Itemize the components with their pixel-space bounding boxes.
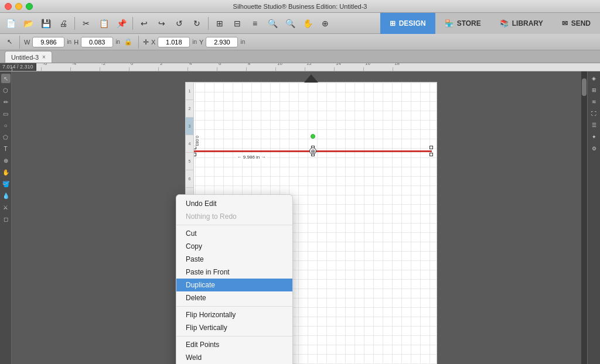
height-label: H	[74, 39, 79, 46]
right-tool-7[interactable]: ⚙	[589, 144, 599, 153]
ctx-copy[interactable]: Copy	[176, 240, 292, 253]
rotate-right-button[interactable]: ↻	[189, 15, 205, 32]
main-area: ↖ ⬡ ✏ ▭ ○ ⬠ T ⊕ ✋ 🪣 💧 ⚔ ◻ 1 2 3 4 5 6 7	[0, 71, 600, 364]
ctx-weld[interactable]: Weld	[176, 351, 292, 364]
library-icon: 📚	[500, 19, 509, 28]
ctx-cut[interactable]: Cut	[176, 227, 292, 240]
paint-tool[interactable]: 🪣	[1, 179, 11, 188]
blade-tool[interactable]: ⚔	[1, 202, 11, 212]
eraser-tool[interactable]: ◻	[1, 214, 11, 224]
store-nav-button[interactable]: 🏪 STORE	[435, 13, 490, 34]
ellipse-tool[interactable]: ○	[1, 121, 11, 130]
ruler-v-mark: 5	[186, 153, 193, 170]
cut-button[interactable]: ✂	[78, 15, 94, 32]
text-tool[interactable]: T	[1, 144, 11, 153]
lock-aspect-button[interactable]: 🔒	[122, 36, 134, 48]
ctx-paste-in-front-label: Paste in Front	[186, 268, 230, 276]
ruler-v-mark: 3	[186, 118, 193, 135]
close-button[interactable]	[5, 3, 12, 10]
zoom-tool[interactable]: ⊕	[1, 156, 11, 165]
center-handle[interactable]: ⊕	[309, 147, 316, 154]
paste-button[interactable]: 📌	[113, 15, 129, 32]
x-input[interactable]	[158, 37, 190, 47]
scrollbar-vertical[interactable]	[581, 71, 587, 364]
ruler-v-mark: 4	[186, 135, 193, 153]
ctx-flip-h[interactable]: Flip Horizontally	[176, 308, 292, 321]
maximize-button[interactable]	[26, 3, 33, 10]
align-button[interactable]: ≡	[247, 15, 263, 32]
redo-button[interactable]: ↪	[154, 15, 170, 32]
open-button[interactable]: 📂	[20, 15, 36, 32]
scrollbar-thumb[interactable]	[582, 78, 587, 96]
zoom-out-button[interactable]: 🔍	[282, 15, 298, 32]
tab-close-button[interactable]: ×	[42, 54, 46, 60]
select-tool[interactable]: ↖	[1, 74, 11, 83]
ctx-paste-in-front[interactable]: Paste in Front	[176, 266, 292, 279]
select-tool-button[interactable]: ↖	[4, 36, 15, 48]
canvas-up-arrow	[304, 74, 318, 83]
print-button[interactable]: 🖨	[55, 15, 71, 32]
toolbar-separator	[74, 17, 75, 30]
draw-tool[interactable]: ✏	[1, 97, 11, 107]
node-tool[interactable]: ⬡	[1, 85, 11, 95]
selection-handles: ⊕	[193, 146, 433, 156]
hand-button[interactable]: ✋	[299, 15, 316, 32]
ctx-delete[interactable]: Delete	[176, 291, 292, 304]
y-input[interactable]	[206, 37, 238, 47]
library-nav-button[interactable]: 📚 LIBRARY	[490, 13, 553, 34]
canvas-area[interactable]: 1 2 3 4 5 6 7 8 9 10 11 12	[12, 71, 587, 364]
ctx-paste[interactable]: Paste	[176, 253, 292, 266]
ctx-flip-v[interactable]: Flip Vertically	[176, 321, 292, 334]
handle-br[interactable]	[429, 153, 433, 156]
right-tool-5[interactable]: ☰	[589, 121, 599, 130]
toolbar-separator-2	[132, 17, 133, 30]
right-tool-6[interactable]: ✦	[589, 132, 599, 142]
minimize-button[interactable]	[15, 3, 22, 10]
ctx-cut-label: Cut	[186, 229, 197, 238]
send-nav-button[interactable]: ✉ SEND	[553, 13, 600, 34]
right-tool-1[interactable]: ◈	[589, 74, 599, 83]
ungroup-button[interactable]: ⊟	[229, 15, 246, 32]
copy-toolbar-button[interactable]: 📋	[96, 15, 112, 32]
window-title: Silhouette Studio® Business Edition: Unt…	[233, 3, 367, 10]
toolbar2-sep2	[138, 36, 139, 49]
handle-tr[interactable]	[429, 146, 433, 149]
pan-tool[interactable]: ✋	[1, 167, 11, 177]
right-tool-2[interactable]: ⊞	[589, 85, 599, 95]
tab-bar: Untitled-3 ×	[0, 50, 600, 63]
ruler-marks: -8 -6 -4 -2 0 2 4 6 8 10 12 14 16 18	[12, 63, 422, 71]
zoom-in-button[interactable]: 🔍	[264, 15, 281, 32]
ctx-weld-label: Weld	[186, 353, 202, 362]
polygon-tool[interactable]: ⬠	[1, 132, 11, 142]
eyedropper-tool[interactable]: 💧	[1, 191, 11, 200]
tab-label: Untitled-3	[11, 54, 39, 61]
toolbar-separator-3	[208, 17, 209, 30]
undo-button[interactable]: ↩	[136, 15, 152, 32]
rotate-left-button[interactable]: ↺	[171, 15, 188, 32]
ctx-flip-h-label: Flip Horizontally	[186, 311, 236, 319]
right-tool-4[interactable]: ⛶	[589, 109, 599, 118]
ruler-mark: 10	[275, 67, 305, 71]
ruler-v-mark: 1	[186, 83, 193, 100]
group-button[interactable]: ⊞	[212, 15, 228, 32]
ctx-undo-edit[interactable]: Undo Edit	[176, 197, 292, 210]
ruler-mark: 8	[246, 67, 275, 71]
rectangle-tool[interactable]: ▭	[1, 109, 11, 118]
width-input[interactable]	[32, 37, 64, 47]
zoom-to-fit-button[interactable]: ⊕	[317, 15, 333, 32]
left-tool-panel: ↖ ⬡ ✏ ▭ ○ ⬠ T ⊕ ✋ 🪣 💧 ⚔ ◻	[0, 71, 12, 364]
save-button[interactable]: 💾	[38, 15, 54, 32]
height-input[interactable]	[81, 37, 113, 47]
new-button[interactable]: 📄	[2, 15, 19, 32]
ruler-horizontal: 7.014 / 2.310 -8 -6 -4 -2 0 2 4 6 8 10 1…	[0, 63, 600, 71]
library-nav-label: LIBRARY	[512, 19, 543, 28]
rotation-handle[interactable]	[311, 134, 315, 139]
ctx-edit-points[interactable]: Edit Points	[176, 338, 292, 351]
ctx-duplicate[interactable]: Duplicate	[176, 279, 292, 291]
design-nav-button[interactable]: ⊞ DESIGN	[380, 13, 435, 34]
ruler-mark: 6	[217, 67, 246, 71]
tab-untitled[interactable]: Untitled-3 ×	[5, 51, 52, 63]
traffic-lights[interactable]	[5, 3, 33, 10]
right-tool-3[interactable]: ≋	[589, 97, 599, 107]
ctx-nothing-to-redo: Nothing to Redo	[176, 210, 292, 223]
